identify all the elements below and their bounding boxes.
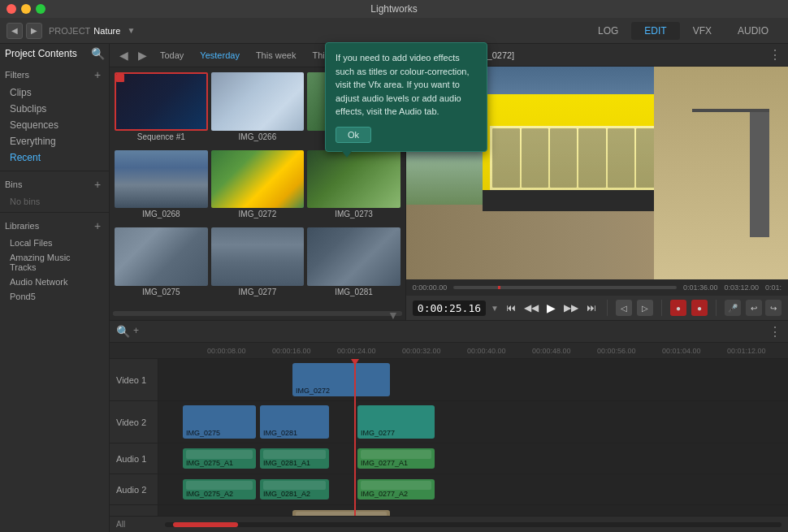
app-title: Lightworks [370, 3, 417, 15]
tab-audio[interactable]: AUDIO [725, 22, 782, 40]
timecode-dropdown-icon[interactable]: ▼ [491, 304, 499, 313]
date-tab-week[interactable]: This week [249, 48, 303, 63]
clip-img0275-a2[interactable]: IMG_0275_A2 [183, 479, 256, 500]
sidebar-item-recent[interactable]: Recent [0, 149, 109, 166]
project-contents-header[interactable]: Project Contents 🔍 [0, 44, 109, 63]
track-content-audio1[interactable]: IMG_0275_A1 IMG_0281_A1 IMG_0277_A1 [158, 443, 788, 474]
undo-button[interactable]: ↩ [746, 300, 762, 316]
media-scroll-bar[interactable]: ▼ [110, 307, 405, 320]
timeline-menu-icon[interactable]: ⋮ [769, 324, 782, 340]
timeline-scrollbar[interactable] [165, 522, 782, 527]
clip-img0275-v2[interactable]: IMG_0275 [183, 405, 256, 439]
record-button[interactable]: ● [670, 300, 686, 316]
search-icon[interactable]: 🔍 [91, 47, 104, 60]
zoom-in-button[interactable]: + [133, 325, 139, 338]
media-item-0273[interactable]: IMG_0273 [307, 150, 400, 225]
media-item-0272[interactable]: IMG_0272 [211, 150, 305, 225]
libraries-header: Libraries + [0, 216, 109, 236]
sidebar-item-everything[interactable]: Everything [0, 133, 109, 149]
library-item-audio-network[interactable]: Audio Network [0, 275, 109, 289]
media-item-0266[interactable]: IMG_0266 [211, 72, 305, 147]
timeline-bottom: All [110, 516, 788, 532]
go-start-button[interactable]: ⏮ [504, 301, 518, 315]
filters-header[interactable]: Filters + [0, 65, 109, 84]
libraries-label: Libraries [5, 221, 39, 231]
marker-2: 0:03:12.00 [724, 283, 759, 292]
clip-img0281-a1[interactable]: IMG_0281_A1 [260, 448, 329, 469]
libraries-add-icon[interactable]: + [91, 219, 104, 232]
clip-img0281-a2[interactable]: IMG_0281_A2 [260, 479, 329, 500]
media-item-0268[interactable]: IMG_0268 [115, 150, 208, 225]
project-dropdown-icon[interactable]: ▼ [127, 26, 135, 35]
library-item-local[interactable]: Local Files [0, 236, 109, 250]
tab-edit[interactable]: EDIT [631, 22, 679, 40]
media-tab-forward[interactable]: ▶ [135, 47, 150, 63]
close-button[interactable] [6, 4, 16, 14]
library-item-pond5[interactable]: Pond5 [0, 289, 109, 304]
audio-icon[interactable]: 🎤 [725, 300, 741, 316]
track-content-audio2[interactable]: IMG_0275_A2 IMG_0281_A2 IMG_0277_A2 [158, 474, 788, 504]
back-button[interactable]: ◀ [6, 23, 23, 39]
record2-button[interactable]: ● [691, 300, 708, 316]
title-bar: Lightworks [0, 0, 788, 18]
track-audio1: Audio 1 IMG_0275_A1 IMG_0281_A1 IMG_0 [110, 443, 788, 474]
media-tab-back[interactable]: ◀ [116, 47, 132, 63]
timeline-ruler: 00:00:08.00 00:00:16.00 00:00:24.00 00:0… [110, 343, 788, 359]
track-content-audio3[interactable]: IMG_0272_A1 [158, 505, 788, 516]
media-item-0281[interactable]: IMG_0281 [307, 227, 400, 302]
clip-img0272-a1[interactable]: IMG_0272_A1 [292, 510, 390, 516]
date-tab-today[interactable]: Today [154, 48, 190, 63]
sidebar-item-sequences[interactable]: Sequences [0, 117, 109, 133]
marker-3: 0:01: [765, 283, 782, 292]
clip-label-0281-a1: IMG_0281_A1 [263, 459, 326, 467]
playhead[interactable] [354, 359, 356, 516]
clip-img0272-v1[interactable]: IMG_0272 [292, 363, 390, 396]
track-content-video2[interactable]: IMG_0275 IMG_0281 IMG_0277 [158, 401, 788, 443]
play-button[interactable]: ▶ [544, 300, 558, 316]
redo-button[interactable]: ↪ [765, 300, 782, 316]
ruler-mark-1: 00:00:16.00 [272, 347, 337, 355]
date-tab-yesterday[interactable]: Yesterday [193, 48, 246, 63]
media-item-sequence[interactable]: Sequence #1 [115, 72, 208, 147]
waveform-0281-a1 [263, 450, 326, 460]
track-content-video1[interactable]: IMG_0272 [158, 359, 788, 400]
sidebar-item-subclips[interactable]: Subclips [0, 101, 109, 117]
preview-menu-icon[interactable]: ⋮ [769, 47, 782, 63]
playback-controls: ⏮ ◀◀ ▶ ▶▶ ⏭ [504, 300, 599, 316]
zoom-out-button[interactable]: 🔍 [116, 325, 130, 338]
clip-img0277-a2[interactable]: IMG_0277_A2 [357, 479, 435, 500]
clip-label-img0281: IMG_0281 [263, 429, 326, 437]
bins-add-icon[interactable]: + [91, 178, 104, 191]
minimize-button[interactable] [21, 4, 31, 14]
sidebar-item-clips[interactable]: Clips [0, 84, 109, 101]
maximize-button[interactable] [36, 4, 45, 14]
tab-vfx[interactable]: VFX [680, 22, 725, 40]
prev-frame-button[interactable]: ◀◀ [522, 301, 541, 315]
go-end-button[interactable]: ⏭ [584, 301, 599, 315]
playhead-marker [351, 359, 359, 365]
clip-label-0275-a2: IMG_0275_A2 [186, 490, 253, 498]
media-item-0275[interactable]: IMG_0275 [115, 227, 208, 302]
media-thumb-0277 [211, 227, 305, 286]
ruler-mark-5: 00:00:48.00 [532, 347, 597, 355]
tooltip-ok-button[interactable]: Ok [336, 127, 371, 143]
media-label-0273: IMG_0273 [307, 210, 400, 218]
forward-button[interactable]: ▶ [26, 23, 42, 39]
clip-img0277-v2[interactable]: IMG_0277 [357, 405, 435, 439]
sidebar: Project Contents 🔍 Filters + Clips Subcl… [0, 44, 110, 532]
mark-out-button[interactable]: ▷ [637, 300, 653, 316]
mark-in-button[interactable]: ◁ [616, 300, 632, 316]
library-item-music[interactable]: Amazing Music Tracks [0, 250, 109, 275]
clip-img0277-a1[interactable]: IMG_0277_A1 [357, 448, 435, 469]
clip-img0281-v2[interactable]: IMG_0281 [260, 405, 329, 439]
clip-label-0277-a1: IMG_0277_A1 [361, 459, 431, 467]
next-frame-button[interactable]: ▶▶ [561, 301, 581, 315]
scrollbar-thumb[interactable] [173, 522, 238, 527]
all-label: All [116, 520, 158, 529]
clip-img0275-a1[interactable]: IMG_0275_A1 [183, 448, 256, 469]
clip-label-0275-a1: IMG_0275_A1 [186, 459, 253, 467]
media-item-0277[interactable]: IMG_0277 [211, 227, 305, 302]
tab-log[interactable]: LOG [585, 22, 631, 40]
filters-add-icon[interactable]: + [91, 68, 104, 81]
track-label-audio3: Audio 3 [110, 505, 158, 516]
